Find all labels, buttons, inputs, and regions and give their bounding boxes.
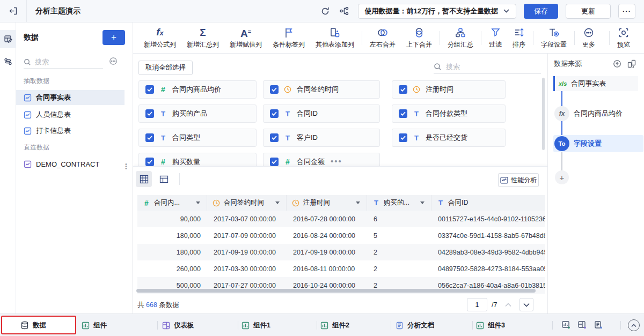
column-header[interactable]: # 合同内...: [137, 195, 207, 211]
tab-widget[interactable]: 组件: [82, 314, 107, 336]
field-chip[interactable]: T 合同类型: [138, 129, 257, 147]
column-menu-caret-icon[interactable]: [196, 201, 200, 204]
checkbox-checked[interactable]: [145, 158, 154, 166]
checkbox-checked[interactable]: [145, 133, 154, 142]
sidebar-resize-handle[interactable]: •••: [125, 163, 127, 169]
top-bar: 分析主题演示 使用数据量：前12万行，暂不支持全量数据 保存 更新 ···: [0, 0, 644, 23]
field-chip[interactable]: T 合同付款类型: [392, 104, 506, 123]
field-chip[interactable]: T 合同ID: [263, 104, 380, 123]
checkbox-checked[interactable]: [270, 85, 279, 94]
search-options-button[interactable]: [109, 57, 118, 65]
checkbox-checked[interactable]: [270, 133, 279, 142]
switch-layout-button[interactable]: [627, 59, 636, 68]
toolbar-merge-horizontal[interactable]: 左右合并: [364, 27, 401, 49]
rail-edit-table-button[interactable]: [0, 30, 16, 48]
toolbar-preview[interactable]: 预览: [612, 27, 635, 49]
toolbar-add-column-from-table[interactable]: 其他表添加列: [310, 27, 360, 49]
field-chip[interactable]: # 合同金额: [263, 153, 380, 166]
add-widget-button[interactable]: [561, 320, 571, 330]
toolbar-condition-tag-column[interactable]: 条件标签列: [267, 27, 310, 49]
add-document-button[interactable]: [594, 320, 603, 330]
field-chip[interactable]: # 合同内商品均价: [138, 80, 257, 99]
cell: 2017-03-07 00:00:00: [207, 211, 287, 227]
sidebar-search-input[interactable]: [35, 58, 89, 66]
column-header[interactable]: 注册时间: [287, 195, 367, 211]
source-step-field-settings[interactable]: To 字段设置: [553, 135, 643, 152]
data-volume-dropdown[interactable]: 使用数据量：前12万行，暂不支持全量数据: [358, 4, 516, 19]
checkbox-checked[interactable]: [270, 158, 279, 166]
sidebar-item-contract-fact[interactable]: 合同事实表: [16, 90, 125, 105]
add-step-button[interactable]: +: [555, 170, 569, 184]
checkbox-checked[interactable]: [270, 109, 279, 118]
toolbar-add-summary-column[interactable]: Σ 新增汇总列: [181, 27, 224, 49]
rail-relations-button[interactable]: [0, 53, 16, 71]
text-field-icon: T: [372, 199, 380, 207]
toolbar-add-assign-column[interactable]: A= 新增赋值列: [224, 27, 267, 49]
toolbar-sort[interactable]: 排序: [507, 27, 531, 49]
deselect-all-button[interactable]: 取消全部选择: [138, 61, 193, 75]
refresh-button[interactable]: [319, 5, 331, 17]
save-button[interactable]: 保存: [524, 4, 558, 19]
sidebar-item-checkin-info[interactable]: 打卡信息表: [16, 123, 125, 138]
checkbox-checked[interactable]: [399, 109, 407, 118]
checkbox-checked[interactable]: [399, 85, 407, 94]
view-grid-button[interactable]: [136, 171, 152, 187]
column-header[interactable]: T 购买的...: [367, 195, 431, 211]
tab-widget-1[interactable]: 组件1: [241, 314, 270, 336]
add-dataset-button[interactable]: +: [103, 30, 125, 45]
table-horizontal-scrollbar[interactable]: [136, 289, 536, 293]
field-chip[interactable]: 注册时间: [392, 80, 506, 99]
update-button[interactable]: 更新: [566, 4, 611, 19]
toolbar-field-settings[interactable]: 字段设置: [536, 27, 572, 49]
column-menu-caret-icon[interactable]: [420, 201, 425, 204]
check-icon: [272, 136, 277, 140]
column-menu-caret-icon[interactable]: [356, 201, 360, 204]
toolbar-group-summary[interactable]: 分组汇总: [442, 27, 479, 49]
source-step-table[interactable]: xls 合同事实表: [553, 76, 638, 91]
toolbar-merge-vertical[interactable]: 上下合并: [401, 27, 437, 49]
field-chip[interactable]: # 购买数量: [138, 153, 257, 166]
toolbar-filter[interactable]: 过滤: [484, 27, 507, 49]
add-dashboard-button[interactable]: [577, 320, 587, 330]
tab-widget-3[interactable]: 组件3: [476, 314, 505, 336]
field-chip[interactable]: T 客户ID: [263, 129, 380, 147]
cell: 2: [367, 244, 431, 260]
next-page-button[interactable]: [519, 298, 533, 311]
column-header[interactable]: T 合同ID: [431, 195, 545, 211]
fields-search[interactable]: [434, 60, 541, 74]
sidebar-item-demo-contract[interactable]: DEMO_CONTRACT: [16, 156, 125, 171]
checkbox-checked[interactable]: [145, 85, 154, 94]
tab-widget-2[interactable]: 组件2: [320, 314, 349, 336]
column-header[interactable]: 合同签约时间: [207, 195, 287, 211]
cell: 2017-03-30 00:00:00: [207, 260, 287, 277]
collapse-bar-button[interactable]: [628, 319, 640, 331]
tab-dashboard[interactable]: 仪表板: [162, 314, 194, 336]
database-icon: [20, 321, 29, 330]
more-actions-button[interactable]: ···: [618, 4, 635, 19]
field-chip[interactable]: 合同签约时间: [263, 80, 380, 99]
main-area: fx 新增公式列 Σ 新增汇总列 A= 新增赋值列 条件标签列 其他表添加列: [133, 23, 644, 313]
column-menu-caret-icon[interactable]: [275, 201, 280, 204]
source-step-formula[interactable]: fx 合同内商品均价: [554, 106, 623, 121]
toolbar-add-formula-column[interactable]: fx 新增公式列: [138, 27, 181, 49]
fields-vertical-scrollbar[interactable]: [542, 78, 545, 150]
field-chip[interactable]: T 购买的产品: [138, 104, 257, 123]
fields-search-input[interactable]: [446, 63, 526, 71]
lineage-button[interactable]: [339, 5, 350, 17]
field-chip[interactable]: T 是否已经交货: [392, 129, 506, 147]
exit-button[interactable]: [0, 0, 27, 23]
view-layout-button[interactable]: [156, 171, 172, 187]
add-widget-icon: [561, 320, 571, 330]
sidebar-search[interactable]: [24, 56, 103, 69]
tab-analysis-doc[interactable]: 分析文档: [396, 314, 434, 336]
checkbox-checked[interactable]: [145, 109, 154, 118]
tab-data[interactable]: 数据: [20, 314, 46, 336]
checkbox-checked[interactable]: [399, 133, 407, 142]
history-button[interactable]: [613, 59, 621, 68]
panel-drag-handle[interactable]: •••: [331, 156, 342, 166]
page-number-input[interactable]: [467, 298, 487, 311]
performance-analysis-button[interactable]: 性能分析: [498, 173, 539, 187]
previous-page-button[interactable]: [501, 298, 515, 311]
sidebar-item-person-info[interactable]: 人员信息表: [16, 107, 125, 122]
toolbar-more[interactable]: 更多: [577, 27, 601, 49]
